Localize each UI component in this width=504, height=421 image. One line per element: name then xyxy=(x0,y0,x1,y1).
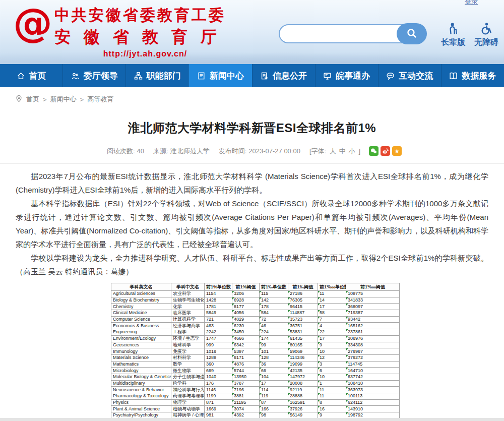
share-icons: ★ xyxy=(369,146,402,156)
table-cell: 96415 xyxy=(288,304,318,310)
table-header-row: 学科英文名学科中文名前1%单位数前1%阈值前1‰单位数前1‰阈值前1‱单位数前1… xyxy=(111,283,400,291)
font-size-option-2[interactable]: 中 xyxy=(339,147,346,155)
table-row: Computer Science计算机科学7214829723572379344… xyxy=(111,316,400,323)
table-cell: 3450 xyxy=(232,329,260,336)
table-cell: 17 xyxy=(318,335,346,342)
article-meta: 阅读次数:40 来源:淮北师范大学 发布时间:2023-07-27 00:00 … xyxy=(0,146,504,156)
table-column-header: 前1‰阈值 xyxy=(288,283,318,291)
font-size-option-3[interactable]: 小 xyxy=(349,147,355,155)
wheelchair-icon xyxy=(471,22,502,36)
table-column-header: 前1%阈值 xyxy=(232,283,260,291)
login-link[interactable]: 登录 xyxy=(465,0,478,6)
table-row: Geosciences地球科学999634299801659334308 xyxy=(111,342,400,348)
nav-item-label: 委厅领导 xyxy=(84,70,118,82)
table-cell: 128 xyxy=(260,354,288,361)
table-cell: 4829 xyxy=(232,316,260,323)
table-cell: 58 xyxy=(318,310,346,317)
news-icon xyxy=(197,72,206,80)
table-cell: 经济学与商学 xyxy=(171,323,205,329)
site-url: http://jyt.ah.gov.cn/ xyxy=(54,49,236,58)
breadcrumb-item-2[interactable]: 新闻中心 xyxy=(50,95,77,104)
table-cell: 材料科学 xyxy=(171,354,205,361)
table-cell: 11 xyxy=(318,387,346,393)
table-row: Plant & Animal Science植物与动物学166930741663… xyxy=(111,406,400,412)
table-row: Mathematics数学360487636190993114745 xyxy=(111,361,400,368)
table-cell: 162591 xyxy=(288,399,318,406)
table-cell: 114745 xyxy=(346,361,400,368)
table-row: Pharmacology & Toxicology药理学与毒理学11993881… xyxy=(111,393,400,400)
table-row: Biology & Biochemistry生物学与生物化学1428692814… xyxy=(111,297,400,304)
font-size-links: 大中小 xyxy=(328,147,357,155)
accessibility-button[interactable]: 无障碍 xyxy=(471,22,502,48)
nav-item-7[interactable]: 互动交流 xyxy=(378,64,441,87)
article-source: 来源:淮北师范大学 xyxy=(153,147,210,156)
font-size-option-1[interactable]: 大 xyxy=(330,147,336,155)
table-cell: Molecular Biology & Genetics xyxy=(111,374,171,380)
table-cell: 92119 xyxy=(288,387,318,393)
table-cell: 142 xyxy=(260,297,288,304)
table-cell: Geosciences xyxy=(111,342,171,348)
table-cell: 80165 xyxy=(288,342,318,348)
table-row: Multidisciplinary跨学科17637871720008110841… xyxy=(111,380,400,387)
table-cell: 1747 xyxy=(205,335,232,342)
table-cell: Computer Science xyxy=(111,316,171,323)
breadcrumb: 首页>新闻中心>高等教育 xyxy=(0,87,504,108)
table-cell: 计算机科学 xyxy=(171,316,205,323)
search-bar xyxy=(279,24,426,43)
table-cell: 9 xyxy=(318,342,346,348)
table-cell: 1018 xyxy=(205,348,232,355)
org-name-line1: 中共安徽省委教育工委 xyxy=(54,5,236,26)
table-cell: 637742 xyxy=(346,374,400,380)
nav-item-label: 首页 xyxy=(29,70,46,82)
table-cell: 109775 xyxy=(346,291,400,297)
table-cell: 1428 xyxy=(205,297,232,304)
table-body: Agricultural Sciences农业科学115432061152718… xyxy=(111,291,400,421)
table-cell: 363973 xyxy=(346,387,400,393)
table-cell: 166 xyxy=(260,406,288,412)
elder-version-button[interactable]: 长辈版 xyxy=(437,22,469,48)
wechat-share-icon[interactable] xyxy=(369,146,379,156)
table-cell: 临床医学 xyxy=(171,310,205,317)
nav-item-3[interactable]: 职能部门 xyxy=(125,64,188,87)
favorite-star-icon[interactable]: ★ xyxy=(392,146,402,156)
table-cell: 20008 xyxy=(288,380,318,387)
table-cell: Engineering xyxy=(111,329,171,336)
nav-item-1[interactable]: 首页 xyxy=(0,64,62,87)
table-cell: 36751 xyxy=(288,323,318,329)
table-cell: 53831 xyxy=(288,329,318,336)
table-cell: 8 xyxy=(318,399,346,406)
table-cell: 1669 xyxy=(205,406,232,412)
table-column-header: 前1%单位数 xyxy=(205,283,232,291)
nav-item-label: 职能部门 xyxy=(147,70,181,82)
nav-item-label: 信息公开 xyxy=(273,70,307,82)
nav-item-5[interactable]: 信息公开 xyxy=(252,64,315,87)
nav-item-label: 互动交流 xyxy=(399,70,433,82)
table-column-header: 学科英文名 xyxy=(111,283,171,291)
people-icon xyxy=(71,72,80,80)
search-input[interactable] xyxy=(287,25,390,43)
site-logo-icon: @ xyxy=(13,3,52,42)
table-cell: 5849 xyxy=(205,310,232,317)
nav-item-8[interactable]: 数据服务 xyxy=(441,64,504,87)
nav-item-2[interactable]: 委厅领导 xyxy=(62,64,125,87)
table-cell: 5744 xyxy=(232,368,260,374)
table-row: Engineering工程学224234502245383122237861 xyxy=(111,329,400,336)
nav-item-4[interactable]: 新闻中心 xyxy=(188,64,251,87)
breadcrumb-item-3[interactable]: 高等教育 xyxy=(87,95,113,104)
elder-version-label: 长辈版 xyxy=(437,37,469,48)
table-cell: 87 xyxy=(260,399,288,406)
table-cell: 76305 xyxy=(288,297,318,304)
table-cell: 278987 xyxy=(346,348,400,355)
table-cell: 物理学 xyxy=(171,399,205,406)
nav-item-label: 数据服务 xyxy=(462,70,496,82)
table-row: Economics & Business经济学与商学46362304636751… xyxy=(111,323,400,329)
table-cell: Chemistry xyxy=(111,304,171,310)
table-cell: 12 xyxy=(318,354,346,361)
breadcrumb-item-1[interactable]: 首页 xyxy=(26,95,39,104)
table-cell: 115 xyxy=(260,291,288,297)
table-row: Agricultural Sciences农业科学115432061152718… xyxy=(111,291,400,297)
search-button[interactable] xyxy=(397,23,427,44)
nav-item-6[interactable]: 皖事通办 xyxy=(315,64,378,87)
table-cell: 6342 xyxy=(232,342,260,348)
weibo-share-icon[interactable] xyxy=(381,146,390,156)
